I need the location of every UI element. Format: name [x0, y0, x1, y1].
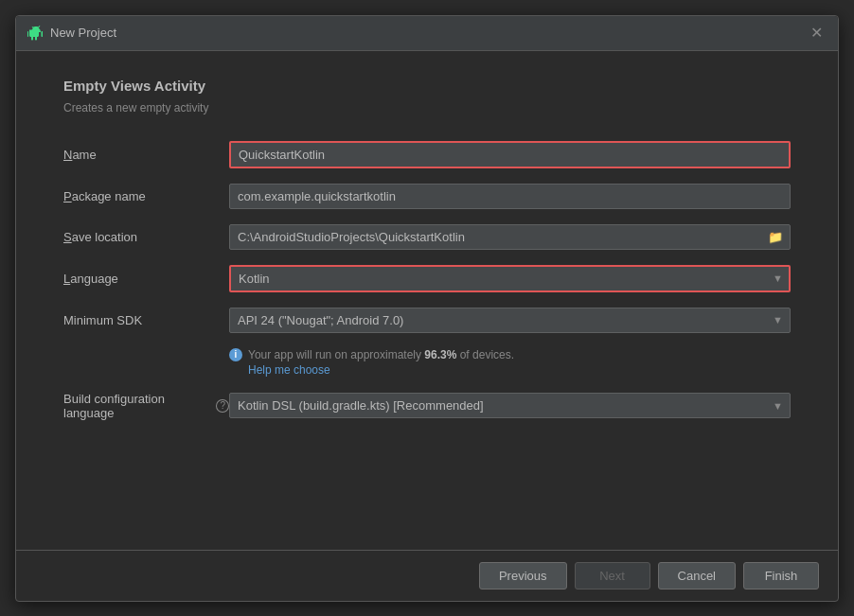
save-location-input-wrap: 📁 — [229, 224, 791, 250]
android-icon — [27, 26, 43, 41]
build-config-label-wrap: Build configuration language ? — [63, 392, 229, 420]
folder-icon[interactable]: 📁 — [768, 230, 783, 244]
language-label: Language — [63, 272, 229, 286]
build-config-select[interactable]: Kotlin DSL (build.gradle.kts) [Recommend… — [229, 393, 791, 418]
package-name-input-wrap — [229, 184, 791, 209]
cancel-button[interactable]: Cancel — [658, 562, 736, 590]
package-name-row: Package name — [63, 184, 791, 209]
close-button[interactable]: ✕ — [807, 24, 827, 43]
minimum-sdk-select-wrap: API 24 ("Nougat"; Android 7.0) ▼ — [229, 308, 791, 333]
save-location-input[interactable] — [229, 224, 791, 250]
build-config-select-wrap: Kotlin DSL (build.gradle.kts) [Recommend… — [229, 393, 791, 418]
previous-button[interactable]: Previous — [479, 562, 567, 590]
dialog-content: Empty Views Activity Creates a new empty… — [16, 51, 838, 550]
save-location-label: Save location — [63, 230, 229, 244]
help-me-choose-link[interactable]: Help me choose — [248, 363, 791, 377]
title-bar: New Project ✕ — [16, 16, 838, 51]
package-name-input[interactable] — [229, 184, 791, 209]
sdk-percent: 96.3% — [424, 348, 456, 361]
name-input[interactable] — [229, 141, 791, 168]
sdk-info: i Your app will run on approximately 96.… — [229, 348, 791, 377]
build-config-row: Build configuration language ? Kotlin DS… — [63, 392, 791, 420]
section-title: Empty Views Activity — [63, 78, 791, 94]
dialog-title: New Project — [50, 26, 116, 40]
name-input-wrap — [229, 141, 791, 168]
finish-button[interactable]: Finish — [743, 562, 819, 590]
language-select-wrap: Kotlin Java ▼ — [229, 265, 791, 292]
next-button: Next — [575, 562, 650, 590]
build-config-question-icon[interactable]: ? — [216, 399, 229, 413]
build-config-label: Build configuration language ? — [63, 392, 229, 420]
language-row: Language Kotlin Java ▼ — [63, 265, 791, 292]
save-location-row: Save location 📁 — [63, 224, 791, 250]
title-bar-left: New Project — [27, 26, 116, 41]
dialog-footer: Previous Next Cancel Finish — [16, 550, 838, 601]
minimum-sdk-label: Minimum SDK — [63, 313, 229, 327]
minimum-sdk-row: Minimum SDK API 24 ("Nougat"; Android 7.… — [63, 308, 791, 333]
minimum-sdk-select[interactable]: API 24 ("Nougat"; Android 7.0) — [229, 308, 791, 333]
section-subtitle: Creates a new empty activity — [63, 101, 791, 114]
language-select[interactable]: Kotlin Java — [229, 265, 791, 292]
name-row: Name — [63, 141, 791, 168]
new-project-dialog: New Project ✕ Empty Views Activity Creat… — [15, 15, 839, 602]
package-name-label: Package name — [63, 189, 229, 203]
name-label: Name — [63, 148, 229, 162]
info-icon: i — [229, 348, 242, 361]
sdk-info-text: i Your app will run on approximately 96.… — [229, 348, 791, 361]
sdk-info-message: Your app will run on approximately 96.3%… — [248, 348, 514, 361]
